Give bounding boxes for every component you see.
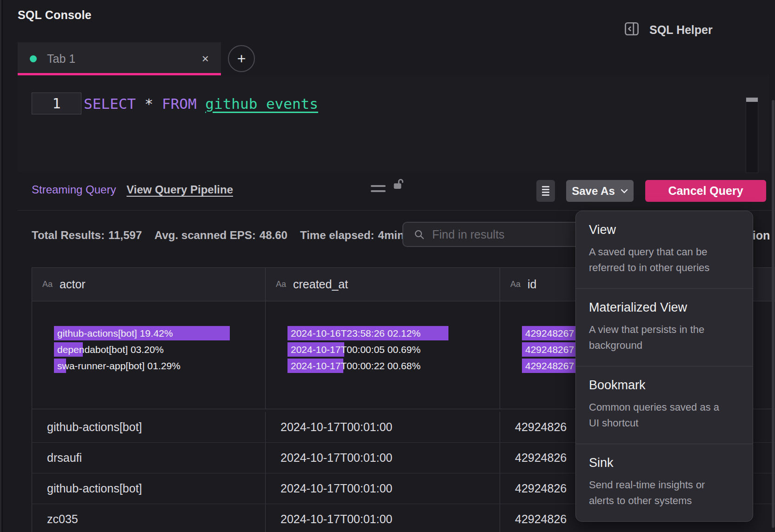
total-results-stat: Total Results:11,597 bbox=[32, 229, 142, 242]
view-query-pipeline-link[interactable]: View Query Pipeline bbox=[127, 183, 233, 196]
add-tab-button[interactable]: + bbox=[228, 45, 255, 72]
menu-item-sink[interactable]: Sink Send real-time insights or alerts t… bbox=[576, 444, 753, 521]
menu-item-materialized-view[interactable]: Materialized View A view that persists i… bbox=[576, 289, 753, 366]
histogram-entry: 2024-10-17T00:00:05 00.69% bbox=[287, 342, 500, 357]
active-tab-indicator bbox=[18, 73, 221, 75]
histogram-entry: dependabot[bot] 03.20% bbox=[54, 342, 265, 357]
query-stats: Total Results:11,597 Avg. scanned EPS:48… bbox=[32, 229, 404, 242]
string-type-icon: Aa bbox=[276, 279, 286, 289]
cell-actor: drsaufi bbox=[32, 443, 266, 473]
equals-icon bbox=[371, 185, 386, 195]
editor-scrollbar-thumb[interactable] bbox=[746, 98, 758, 102]
histogram-entry: swa-runner-app[bot] 01.29% bbox=[54, 359, 265, 373]
editor-scrollbar-track[interactable] bbox=[746, 97, 758, 173]
result-options-button[interactable] bbox=[536, 180, 555, 202]
time-elapsed-stat: Time elapsed:4min bbox=[300, 229, 404, 242]
cell-created-at: 2024-10-17T00:01:00 bbox=[266, 443, 500, 473]
sql-star-operator: * bbox=[136, 95, 162, 112]
search-icon bbox=[414, 229, 425, 240]
sql-editor[interactable]: 1 SELECT * FROM github_events bbox=[18, 76, 769, 173]
column-header-actor[interactable]: Aa actor bbox=[32, 268, 266, 301]
sql-helper-button[interactable]: SQL Helper bbox=[623, 20, 713, 39]
sql-helper-label: SQL Helper bbox=[649, 23, 713, 37]
streaming-query-link[interactable]: Streaming Query bbox=[32, 183, 116, 196]
lock-open-icon[interactable] bbox=[392, 178, 405, 193]
save-as-menu: View A saved query that can be referred … bbox=[575, 211, 753, 522]
cell-actor: zc035 bbox=[32, 504, 266, 532]
cell-created-at: 2024-10-17T00:01:00 bbox=[266, 504, 500, 532]
histogram-entry: 2024-10-16T23:58:26 02.12% bbox=[287, 326, 500, 340]
cell-actor: github-actions[bot] bbox=[32, 412, 266, 442]
line-number: 1 bbox=[52, 95, 60, 112]
sql-code-line[interactable]: SELECT * FROM github_events bbox=[84, 93, 318, 114]
tab-label: Tab 1 bbox=[47, 52, 202, 66]
sql-table-link[interactable]: github_events bbox=[205, 95, 318, 112]
avg-eps-stat: Avg. scanned EPS:48.60 bbox=[154, 229, 287, 242]
page-scrollbar-thumb[interactable] bbox=[772, 100, 775, 528]
cell-created-at: 2024-10-17T00:01:00 bbox=[266, 412, 500, 442]
left-panel-edge bbox=[0, 0, 3, 532]
cancel-query-button[interactable]: Cancel Query bbox=[645, 180, 766, 202]
plus-icon: + bbox=[237, 50, 246, 67]
cell-actor: github-actions[bot] bbox=[32, 473, 266, 504]
chevron-down-icon bbox=[621, 189, 628, 193]
cancel-query-label: Cancel Query bbox=[668, 184, 743, 198]
sql-keyword-from: FROM bbox=[162, 95, 205, 112]
histogram-cell-created-at: 2024-10-16T23:58:26 02.12% 2024-10-17T00… bbox=[266, 301, 500, 409]
string-type-icon: Aa bbox=[510, 279, 521, 289]
tab-status-dot-icon bbox=[30, 55, 37, 62]
filter-lines-icon bbox=[542, 186, 549, 187]
current-line-gutter: 1 bbox=[32, 93, 81, 114]
find-in-results-box[interactable] bbox=[402, 222, 588, 247]
save-as-label: Save As bbox=[572, 185, 615, 198]
histogram-entry: github-actions[bot] 19.42% bbox=[54, 326, 265, 340]
tab-1[interactable]: Tab 1 × bbox=[18, 42, 221, 75]
histogram-cell-actor: github-actions[bot] 19.42% dependabot[bo… bbox=[32, 301, 266, 409]
sql-keyword-select: SELECT bbox=[84, 95, 136, 112]
histogram-entry: 2024-10-17T00:00:22 00.68% bbox=[287, 359, 500, 373]
page-title: SQL Console bbox=[18, 8, 92, 22]
search-input[interactable] bbox=[432, 228, 582, 241]
column-header-created-at[interactable]: Aa created_at bbox=[266, 268, 500, 301]
string-type-icon: Aa bbox=[42, 279, 53, 289]
menu-item-bookmark[interactable]: Bookmark Common queries saved as a UI sh… bbox=[576, 366, 753, 444]
menu-item-view[interactable]: View A saved query that can be referred … bbox=[576, 211, 753, 289]
sql-console-screen: SQL Console SQL Helper Tab 1 × + 1 SELEC… bbox=[0, 0, 775, 532]
panel-collapse-icon bbox=[623, 20, 640, 39]
save-as-button[interactable]: Save As bbox=[566, 180, 634, 202]
cell-created-at: 2024-10-17T00:01:00 bbox=[266, 473, 500, 504]
close-tab-icon[interactable]: × bbox=[202, 53, 209, 65]
